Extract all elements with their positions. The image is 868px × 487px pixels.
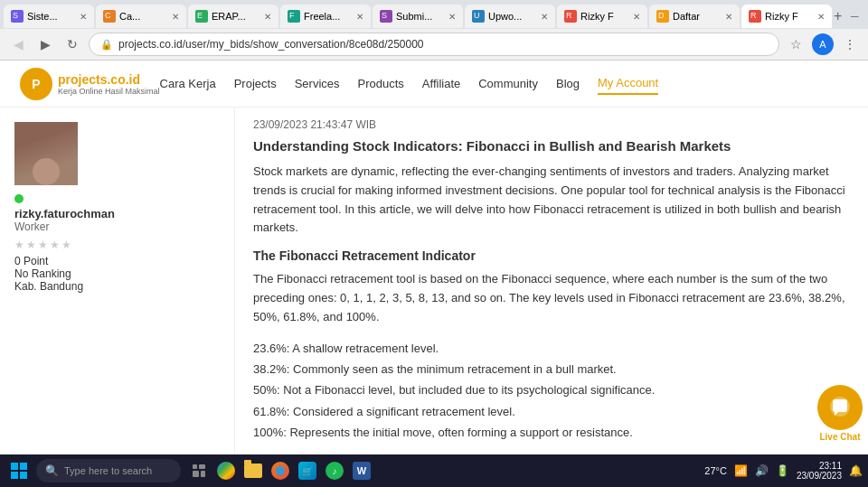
tab-title-3: ERAP...	[212, 11, 260, 22]
sidebar: rizky.faturochman Worker ★ ★ ★ ★ ★ 0 Poi…	[0, 108, 235, 487]
browser-tab-1[interactable]: S Siste... ✕	[4, 5, 94, 28]
star-1: ★	[14, 239, 24, 251]
tab-favicon-6: U	[472, 10, 485, 23]
browser-tabs: S Siste... ✕ C Ca... ✕ E ERAP... ✕ F Fre…	[0, 0, 868, 29]
tab-close-8[interactable]: ✕	[725, 12, 732, 22]
website: P projects.co.id Kerja Online Hasil Maks…	[0, 61, 868, 487]
nav-services[interactable]: Services	[295, 73, 340, 94]
profile-button[interactable]: A	[812, 33, 834, 55]
wifi-icon: 📶	[734, 464, 748, 477]
nav-projects[interactable]: Projects	[234, 73, 277, 94]
browser-tab-5[interactable]: S Submi... ✕	[373, 5, 463, 28]
refresh-button[interactable]: ↻	[61, 33, 83, 55]
file-explorer-icon[interactable]	[241, 458, 266, 483]
bookmark-button[interactable]: ☆	[785, 33, 807, 55]
user-name: rizky.faturochman	[14, 207, 220, 220]
svg-rect-7	[193, 464, 197, 469]
content-area: 23/09/2023 21:43:47 WIB Understanding St…	[235, 108, 868, 487]
browser-tab-2[interactable]: C Ca... ✕	[96, 5, 186, 28]
taskbar-search-box[interactable]: 🔍 Type here to search	[36, 459, 181, 482]
browser-tab-4[interactable]: F Freela... ✕	[280, 5, 371, 28]
tab-close-14[interactable]: ✕	[817, 12, 825, 22]
store-icon[interactable]: 🛒	[295, 458, 320, 483]
new-tab-button[interactable]: +	[834, 5, 842, 28]
spotify-icon[interactable]: ♪	[322, 458, 347, 483]
site-header: P projects.co.id Kerja Online Hasil Maks…	[0, 61, 868, 108]
section1-body: The Fibonacci retracement tool is based …	[253, 270, 850, 326]
star-3: ★	[38, 239, 48, 251]
browser-taskbar-icon[interactable]	[213, 458, 239, 483]
tab-title-14: Rizky F	[765, 11, 814, 22]
main-content: rizky.faturochman Worker ★ ★ ★ ★ ★ 0 Poi…	[0, 108, 868, 487]
back-button[interactable]: ◀	[7, 33, 29, 55]
section1-title: The Fibonacci Retracement Indicator	[253, 248, 850, 263]
forward-button[interactable]: ▶	[34, 33, 56, 55]
browser-tab-14[interactable]: R Rizky F ✕	[741, 5, 832, 28]
svg-rect-6	[20, 472, 27, 479]
browser-chrome: S Siste... ✕ C Ca... ✕ E ERAP... ✕ F Fre…	[0, 0, 868, 61]
nav-cara-kerja[interactable]: Cara Kerja	[160, 73, 216, 94]
tab-close-3[interactable]: ✕	[264, 12, 271, 22]
user-ranking: No Ranking	[14, 267, 220, 280]
user-points: 0 Point	[14, 255, 220, 267]
taskbar: 🔍 Type here to search 🛒	[0, 454, 868, 487]
tab-favicon-1: S	[11, 10, 24, 23]
browser-tab-3[interactable]: E ERAP... ✕	[188, 5, 278, 28]
nav-blog[interactable]: Blog	[556, 73, 580, 94]
tab-close-2[interactable]: ✕	[172, 12, 179, 22]
taskbar-date: 23/09/2023	[797, 471, 842, 481]
tab-title-4: Freela...	[304, 11, 353, 22]
nav-community[interactable]: Community	[478, 73, 538, 94]
nav-my-account[interactable]: My Account	[598, 72, 658, 95]
battery-icon: 🔋	[776, 464, 789, 477]
tab-close-1[interactable]: ✕	[80, 12, 87, 22]
taskbar-icons: 🛒 ♪ W	[186, 458, 374, 483]
star-2: ★	[26, 239, 36, 251]
tab-close-5[interactable]: ✕	[448, 12, 456, 22]
live-chat-label: Live Chat	[819, 432, 860, 442]
post-intro: Stock markets are dynamic, reflecting th…	[253, 163, 850, 238]
nav-affiliate[interactable]: Affiliate	[422, 73, 460, 94]
menu-button[interactable]: ⋮	[839, 33, 861, 55]
task-view-button[interactable]	[186, 458, 212, 483]
taskbar-tray: 27°C 📶 🔊 🔋 23:11 23/09/2023 🔔	[704, 461, 863, 481]
address-bar[interactable]: 🔒 projects.co.id/user/my_bids/show_conve…	[89, 33, 779, 56]
tab-title-6: Upwo...	[488, 11, 537, 22]
bullets-list: 23.6%: A shallow retracement level.38.2%…	[253, 338, 850, 444]
logo-text: projects.co.id	[58, 72, 160, 87]
bullet-item: 100%: Represents the initial move, often…	[253, 422, 850, 443]
browser-tab-8[interactable]: D Daftar ✕	[649, 5, 740, 28]
search-icon: 🔍	[45, 464, 59, 477]
tab-close-6[interactable]: ✕	[541, 12, 548, 22]
minimize-button[interactable]: ─	[844, 5, 865, 27]
bullet-item: 61.8%: Considered a significant retracem…	[253, 401, 850, 422]
taskbar-time: 23:11	[819, 461, 842, 471]
lock-icon: 🔒	[100, 39, 113, 51]
svg-rect-4	[20, 463, 27, 470]
tab-title-2: Ca...	[119, 11, 168, 22]
nav-products[interactable]: Products	[358, 73, 404, 94]
live-chat-button[interactable]	[817, 385, 863, 430]
post-title: Understanding Stock Indicators: Fibonacc…	[253, 138, 850, 154]
tab-close-4[interactable]: ✕	[356, 12, 363, 22]
notification-icon[interactable]: 🔔	[849, 464, 863, 477]
online-indicator	[14, 194, 24, 203]
word-icon[interactable]: W	[349, 458, 374, 483]
tab-title-5: Submi...	[396, 11, 445, 22]
site-logo[interactable]: P projects.co.id Kerja Online Hasil Maks…	[18, 66, 160, 102]
tab-close-7[interactable]: ✕	[633, 12, 640, 22]
tab-favicon-8: D	[656, 10, 669, 23]
svg-rect-3	[11, 463, 18, 470]
user-location: Kab. Bandung	[14, 280, 220, 293]
browser-tab-7[interactable]: R Rizky F ✕	[557, 5, 647, 28]
browser-tab-6[interactable]: U Upwo... ✕	[465, 5, 555, 28]
taskbar-search-text: Type here to search	[64, 465, 152, 476]
site-nav: Cara Kerja Projects Services Products Af…	[160, 72, 659, 95]
tab-favicon-3: E	[195, 10, 208, 23]
svg-rect-9	[193, 471, 199, 477]
volume-icon: 🔊	[755, 464, 769, 477]
start-button[interactable]	[5, 458, 33, 483]
live-chat[interactable]: Live Chat	[817, 385, 863, 442]
post-date: 23/09/2023 21:43:47 WIB	[253, 118, 850, 131]
firefox-icon[interactable]	[268, 458, 293, 483]
